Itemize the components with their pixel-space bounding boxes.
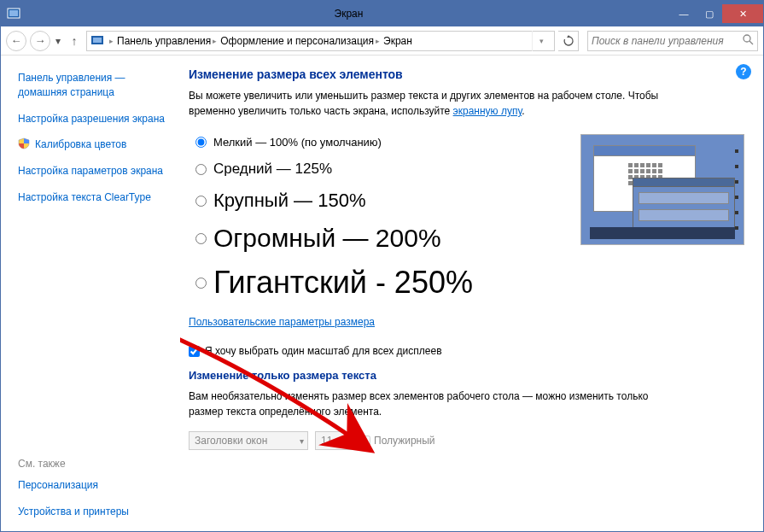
option-medium[interactable]: Средний — 125%	[195, 161, 563, 178]
sidebar-personalization[interactable]: Персонализация	[18, 478, 168, 493]
custom-size-link[interactable]: Пользовательские параметры размера	[189, 316, 375, 328]
sidebar-devices[interactable]: Устройства и принтеры	[18, 505, 168, 519]
svg-line-5	[749, 41, 753, 44]
sidebar-cleartype[interactable]: Настройка текста ClearType	[18, 190, 168, 205]
up-button[interactable]: ↑	[66, 34, 83, 48]
bold-label: Полужирный	[374, 435, 435, 447]
breadcrumb-dropdown[interactable]: ▾	[532, 31, 551, 51]
close-button[interactable]: ✕	[722, 4, 763, 23]
back-button[interactable]: ←	[6, 31, 26, 51]
sidebar-home[interactable]: Панель управления — домашняя страница	[18, 71, 168, 100]
nav-bar: ← → ▾ ↑ ▸ Панель управления▸ Оформление …	[1, 26, 763, 56]
crumb-current[interactable]: Экран	[383, 35, 412, 47]
window-title: Экран	[26, 8, 671, 20]
crumb-root[interactable]: Панель управления	[117, 35, 211, 47]
sidebar-brightness[interactable]: Настройка параметров экрана	[18, 164, 168, 178]
bold-checkbox[interactable]	[359, 436, 370, 447]
option-small[interactable]: Мелкий — 100% (по умолчанию)	[195, 136, 563, 149]
svg-rect-1	[9, 10, 18, 16]
sidebar-calibration[interactable]: Калибровка цветов	[35, 137, 126, 152]
svg-point-4	[744, 35, 750, 42]
shield-icon	[18, 137, 30, 149]
search-input[interactable]	[592, 35, 742, 47]
forward-button[interactable]: →	[30, 31, 50, 51]
preview-image	[580, 134, 744, 245]
description-text-only: Вам необязательно изменять размер всех э…	[189, 389, 667, 419]
help-icon[interactable]: ?	[736, 64, 751, 79]
search-icon	[742, 33, 754, 48]
refresh-button[interactable]	[558, 31, 579, 51]
heading-text-only: Изменение только размера текста	[189, 369, 744, 382]
scale-options: Мелкий — 100% (по умолчанию) Средний — 1…	[189, 131, 563, 313]
magnifier-link[interactable]: экранную лупу	[453, 105, 522, 117]
chevron-right-icon: ▸	[109, 37, 114, 45]
chevron-right-icon: ▸	[213, 37, 217, 45]
history-dropdown[interactable]: ▾	[54, 35, 62, 47]
chevron-right-icon: ▸	[376, 37, 380, 45]
see-also-label: См. также	[18, 458, 168, 470]
single-scale-checkbox[interactable]	[189, 346, 200, 357]
heading-resize-all: Изменение размера всех элементов	[189, 67, 744, 81]
search-box[interactable]	[587, 31, 758, 51]
minimize-button[interactable]: —	[671, 4, 697, 23]
description: Вы можете увеличить или уменьшить размер…	[189, 88, 667, 119]
crumb-appearance[interactable]: Оформление и персонализация	[220, 35, 374, 47]
single-scale-checkbox-row[interactable]: Я хочу выбрать один масштаб для всех дис…	[189, 345, 744, 357]
titlebar: Экран — ▢ ✕	[1, 1, 763, 26]
main-content: ? Изменение размера всех элементов Вы мо…	[180, 56, 763, 531]
svg-rect-3	[93, 38, 102, 43]
fontsize-dropdown[interactable]: 11	[315, 431, 353, 450]
window-icon	[1, 1, 26, 26]
option-giant[interactable]: Гигантский - 250%	[195, 265, 563, 301]
single-scale-label: Я хочу выбрать один масштаб для всех дис…	[205, 345, 442, 357]
element-dropdown[interactable]: Заголовки окон	[189, 431, 308, 450]
sidebar: Панель управления — домашняя страница На…	[1, 56, 180, 531]
sidebar-resolution[interactable]: Настройка разрешения экрана	[18, 112, 168, 126]
control-panel-icon	[90, 33, 106, 49]
option-huge[interactable]: Огромный — 200%	[195, 224, 563, 253]
maximize-button[interactable]: ▢	[697, 4, 722, 23]
breadcrumb[interactable]: ▸ Панель управления▸ Оформление и персон…	[86, 31, 555, 51]
bold-checkbox-row[interactable]: Полужирный	[359, 435, 435, 447]
option-large[interactable]: Крупный — 150%	[195, 190, 563, 212]
